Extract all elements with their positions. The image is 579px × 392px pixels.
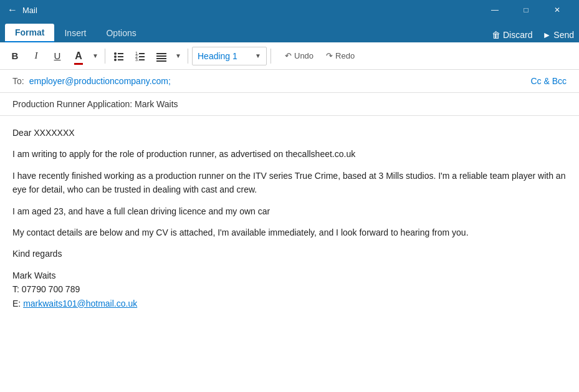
- svg-rect-7: [139, 53, 145, 54]
- body-greeting: Dear XXXXXXX: [12, 126, 567, 140]
- undo-button[interactable]: ↶ Undo: [280, 49, 318, 63]
- svg-point-4: [114, 59, 117, 61]
- sig-email-link[interactable]: markwaits101@hotmail.co.uk: [23, 299, 137, 308]
- bold-button[interactable]: B: [5, 46, 25, 66]
- svg-rect-9: [139, 56, 145, 57]
- body-para-2: I have recently finished working as a pr…: [12, 169, 567, 197]
- format-toolbar: B I U A ▼ 1. 2. 3.: [0, 42, 579, 70]
- svg-rect-13: [156, 55, 166, 57]
- font-color-dropdown[interactable]: ▼: [90, 46, 101, 66]
- separator-1: [105, 49, 105, 64]
- svg-point-2: [114, 55, 117, 58]
- align-button[interactable]: [151, 46, 171, 66]
- body-closing: Kind regards: [12, 247, 567, 261]
- to-label: To:: [12, 76, 24, 86]
- minimize-button[interactable]: —: [481, 0, 509, 20]
- separator-3: [270, 49, 271, 64]
- body-para-1: I am writing to apply for the role of pr…: [12, 147, 567, 161]
- tab-bar: Format Insert Options 🗑 Discard ► Send: [0, 20, 579, 42]
- back-button[interactable]: ←: [7, 4, 17, 16]
- tab-format[interactable]: Format: [5, 24, 54, 42]
- send-button[interactable]: ► Send: [542, 30, 574, 40]
- discard-button[interactable]: 🗑 Discard: [492, 30, 532, 40]
- body-para-4: My contact details are below and my CV i…: [12, 226, 567, 239]
- window-controls: — □ ✕: [481, 0, 572, 20]
- undo-redo-group: ↶ Undo ↷ Redo: [280, 49, 360, 63]
- italic-button[interactable]: I: [26, 46, 46, 66]
- close-button[interactable]: ✕: [543, 0, 572, 20]
- sig-email-label: E:: [12, 299, 21, 308]
- svg-rect-5: [118, 59, 123, 60]
- to-row: To: employer@productioncompany.com; Cc &…: [0, 70, 579, 93]
- bullet-list-button[interactable]: [109, 46, 129, 66]
- sig-phone: T: 07790 700 789: [12, 284, 80, 294]
- email-body[interactable]: Dear XXXXXXX I am writing to apply for t…: [0, 116, 579, 392]
- heading-chevron-icon: ▼: [255, 52, 261, 59]
- redo-icon: ↷: [326, 51, 333, 60]
- sig-name: Mark Waits: [12, 270, 55, 280]
- svg-rect-1: [118, 53, 123, 54]
- body-para-3: I am aged 23, and have a full clean driv…: [12, 204, 567, 218]
- svg-rect-3: [118, 56, 123, 57]
- svg-rect-11: [139, 59, 145, 60]
- titlebar-left: ← Mail: [7, 4, 37, 16]
- separator-2: [188, 49, 188, 64]
- underline-button[interactable]: U: [47, 46, 67, 66]
- cc-bcc-button[interactable]: Cc & Bcc: [530, 76, 567, 86]
- app-title: Mail: [22, 6, 37, 15]
- body-signature: Mark Waits T: 07790 700 789 E: markwaits…: [12, 269, 567, 310]
- maximize-button[interactable]: □: [512, 0, 540, 20]
- svg-rect-12: [156, 53, 166, 54]
- svg-rect-15: [156, 60, 166, 62]
- redo-button[interactable]: ↷ Redo: [321, 49, 360, 63]
- numbered-list-button[interactable]: 1. 2. 3.: [130, 46, 150, 66]
- send-icon: ►: [542, 30, 551, 40]
- email-compose-area: To: employer@productioncompany.com; Cc &…: [0, 70, 579, 392]
- undo-icon: ↶: [285, 51, 292, 60]
- font-color-button[interactable]: A: [69, 46, 89, 66]
- subject-text: Production Runner Application: Mark Wait…: [12, 99, 178, 109]
- svg-point-0: [114, 52, 117, 55]
- heading-selector[interactable]: Heading 1 ▼: [192, 47, 267, 65]
- svg-rect-14: [156, 58, 166, 59]
- svg-text:3.: 3.: [135, 57, 139, 62]
- heading-text: Heading 1: [198, 51, 237, 61]
- titlebar: ← Mail — □ ✕: [0, 0, 579, 20]
- to-address[interactable]: employer@productioncompany.com;: [29, 76, 171, 86]
- trash-icon: 🗑: [492, 30, 500, 40]
- subject-row[interactable]: Production Runner Application: Mark Wait…: [0, 93, 579, 116]
- align-dropdown[interactable]: ▼: [173, 46, 184, 66]
- tab-actions: 🗑 Discard ► Send: [492, 30, 574, 42]
- tab-options[interactable]: Options: [96, 24, 146, 42]
- tab-insert[interactable]: Insert: [54, 24, 96, 42]
- color-indicator: [74, 63, 83, 65]
